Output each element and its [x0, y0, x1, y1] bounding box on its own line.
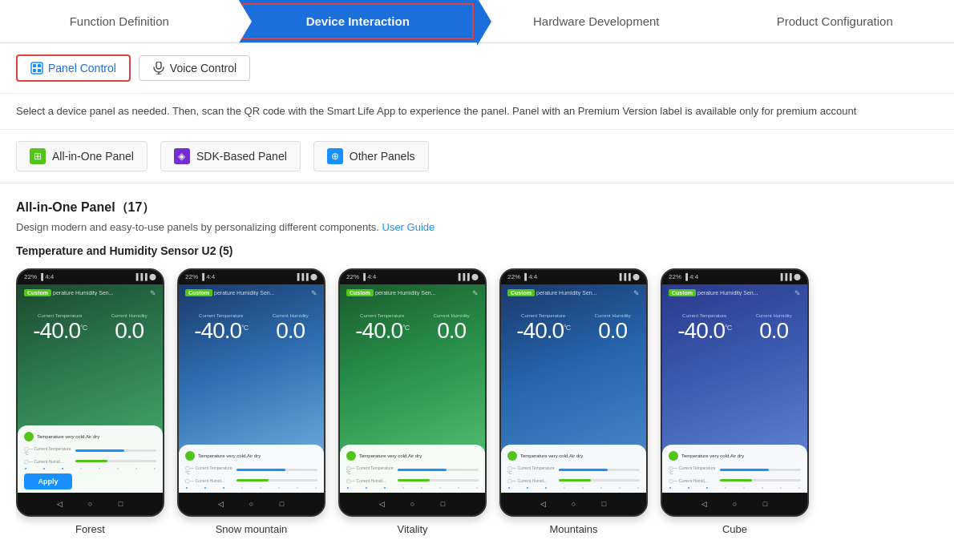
phone-header-snow-mountain: Custom perature Humidity Sen... ✎ — [179, 284, 324, 299]
edit-icon-vitality[interactable]: ✎ — [472, 289, 479, 297]
home-btn-snow-mountain[interactable]: ○ — [246, 498, 257, 510]
nav-product-configuration[interactable]: Product Configuration — [716, 0, 955, 42]
sub-tabs-container: Panel Control Voice Control — [0, 43, 954, 94]
svg-rect-4 — [38, 69, 41, 72]
status-bar-vitality: 22% ▐ 4:4 ▐▐▐ ⬤ — [340, 270, 485, 284]
temp-label-left-forest: Current Temperature — [33, 313, 87, 318]
status-bar-mountains: 22% ▐ 4:4 ▐▐▐ ⬤ — [501, 270, 646, 284]
card-snow-mountain[interactable]: 22% ▐ 4:4 ▐▐▐ ⬤ Custom perature Humidity… — [177, 268, 325, 535]
temp-col-left-mountains: Current Temperature -40.0°C — [516, 313, 570, 342]
back-btn-cube[interactable]: ◁ — [699, 498, 710, 510]
panel-tab-sdk-based[interactable]: ◈ SDK-Based Panel — [160, 141, 301, 171]
phone-title-mountains: perature Humidity Sen... — [536, 290, 633, 296]
card-forest[interactable]: 22% ▐ 4:4 ▐▐▐ ⬤ Custom perature Humidity… — [16, 268, 164, 535]
temp-value-left-vitality: -40.0°C — [355, 320, 409, 342]
slider-row-humid-snow-mountain: ◯— Current Humid... — [185, 478, 317, 483]
temp-col-right-snow-mountain: Current Humidity 0.0 — [273, 313, 309, 342]
other-panels-label: Other Panels — [350, 150, 415, 163]
edit-icon-mountains[interactable]: ✎ — [633, 289, 640, 297]
panel-control-label: Panel Control — [48, 62, 116, 75]
panel-tab-all-in-one[interactable]: ⊞ All-in-One Panel — [16, 141, 148, 171]
edit-icon-snow-mountain[interactable]: ✎ — [311, 289, 317, 297]
status-row-cube: Temperature very cold,Air dry — [669, 451, 801, 461]
slider-row-temp-snow-mountain: ◯— Current Temperature °C — [185, 465, 317, 475]
recent-btn-cube[interactable]: □ — [760, 498, 771, 510]
top-navigation: Function Definition Device Interaction H… — [0, 0, 954, 43]
custom-badge-snow-mountain: Custom — [185, 289, 212, 296]
slider-row-humid-cube: ◯— Current Humid... — [669, 478, 801, 483]
card-label-cube: Cube — [661, 523, 809, 535]
slider-row-temp-forest: ◯— Current Temperature °C — [24, 446, 156, 456]
temp-label-right-forest: Current Humidity — [111, 313, 148, 318]
phone-header-forest: Custom perature Humidity Sen... ✎ — [18, 284, 163, 299]
status-dot-snow-mountain — [185, 451, 195, 461]
home-btn-forest[interactable]: ○ — [85, 498, 96, 510]
user-guide-link[interactable]: User Guide — [382, 221, 435, 233]
card-mountains[interactable]: 22% ▐ 4:4 ▐▐▐ ⬤ Custom perature Humidity… — [499, 268, 648, 535]
panel-type-tabs: ⊞ All-in-One Panel ◈ SDK-Based Panel ⊕ O… — [0, 130, 954, 183]
nav-function-definition[interactable]: Function Definition — [0, 0, 239, 42]
phone-header-vitality: Custom perature Humidity Sen... ✎ — [340, 284, 485, 299]
voice-control-label: Voice Control — [170, 62, 236, 75]
slider-row-humid-forest: ◯— Current Humid... — [24, 459, 156, 464]
temp-value-right-snow-mountain: 0.0 — [273, 320, 309, 342]
nav-device-interaction[interactable]: Device Interaction — [239, 0, 478, 42]
svg-rect-2 — [38, 64, 41, 67]
phone-screen-forest: Custom perature Humidity Sen... ✎ Curren… — [18, 284, 163, 493]
temp-col-right-cube: Current Humidity 0.0 — [756, 313, 792, 342]
sub-tab-panel-control[interactable]: Panel Control — [16, 54, 131, 82]
recent-btn-mountains[interactable]: □ — [599, 498, 610, 510]
temp-col-right-forest: Current Humidity 0.0 — [111, 313, 148, 342]
recent-btn-vitality[interactable]: □ — [438, 498, 449, 510]
sub-tab-voice-control[interactable]: Voice Control — [139, 55, 250, 81]
edit-icon-cube[interactable]: ✎ — [794, 289, 801, 297]
home-btn-vitality[interactable]: ○ — [407, 498, 418, 510]
temp-label-left-vitality: Current Temperature — [355, 313, 409, 318]
recent-btn-forest[interactable]: □ — [115, 498, 127, 510]
home-btn-mountains[interactable]: ○ — [568, 498, 580, 510]
back-btn-snow-mountain[interactable]: ◁ — [216, 498, 227, 510]
card-label-snow-mountain: Snow mountain — [177, 523, 325, 535]
nav-hardware-development[interactable]: Hardware Development — [477, 0, 716, 42]
all-in-one-icon: ⊞ — [30, 148, 46, 164]
temp-col-left-forest: Current Temperature -40.0°C — [33, 313, 87, 342]
nav-bar-mountains: ◁ ○ □ — [501, 493, 646, 515]
temp-label-left-snow-mountain: Current Temperature — [194, 313, 248, 318]
status-text-snow-mountain: Temperature very cold,Air dry — [198, 453, 261, 458]
temp-value-left-snow-mountain: -40.0°C — [194, 320, 248, 342]
status-dot-forest — [24, 432, 34, 441]
phone-title-snow-mountain: perature Humidity Sen... — [214, 290, 311, 296]
custom-badge-cube: Custom — [669, 289, 696, 296]
svg-rect-5 — [156, 62, 161, 69]
slider-dots-cube — [669, 486, 801, 489]
back-btn-mountains[interactable]: ◁ — [538, 498, 549, 510]
edit-icon-forest[interactable]: ✎ — [150, 289, 156, 297]
temp-col-left-snow-mountain: Current Temperature -40.0°C — [194, 313, 248, 342]
temp-label-right-snow-mountain: Current Humidity — [273, 313, 309, 318]
card-cube[interactable]: 22% ▐ 4:4 ▐▐▐ ⬤ Custom perature Humidity… — [661, 268, 809, 535]
status-row-forest: Temperature very cold,Air dry — [24, 432, 156, 441]
sdk-based-icon: ◈ — [174, 148, 190, 164]
nav-function-definition-label: Function Definition — [70, 14, 169, 28]
temp-value-right-mountains: 0.0 — [595, 320, 631, 342]
temp-value-left-forest: -40.0°C — [33, 320, 87, 342]
phone-mockup-vitality: 22% ▐ 4:4 ▐▐▐ ⬤ Custom perature Humidity… — [338, 268, 487, 517]
description-text: Select a device panel as needed. Then, s… — [0, 94, 954, 130]
back-btn-vitality[interactable]: ◁ — [377, 498, 388, 510]
card-vitality[interactable]: 22% ▐ 4:4 ▐▐▐ ⬤ Custom perature Humidity… — [338, 268, 487, 535]
panel-tab-other[interactable]: ⊕ Other Panels — [313, 141, 429, 171]
recent-btn-snow-mountain[interactable]: □ — [277, 498, 288, 510]
phone-header-mountains: Custom perature Humidity Sen... ✎ — [501, 284, 646, 299]
slider-row-temp-mountains: ◯— Current Temperature °C — [507, 465, 640, 475]
temp-col-right-vitality: Current Humidity 0.0 — [434, 313, 470, 342]
apply-button-forest[interactable]: Apply — [24, 473, 72, 489]
phone-mockup-mountains: 22% ▐ 4:4 ▐▐▐ ⬤ Custom perature Humidity… — [499, 268, 648, 517]
svg-rect-3 — [33, 69, 36, 72]
temp-label-left-cube: Current Temperature — [677, 313, 731, 318]
bottom-panel-snow-mountain: Temperature very cold,Air dry ◯— Current… — [179, 445, 324, 493]
status-bar-snow-mountain: 22% ▐ 4:4 ▐▐▐ ⬤ — [179, 270, 324, 284]
cards-container: 22% ▐ 4:4 ▐▐▐ ⬤ Custom perature Humidity… — [16, 268, 938, 535]
home-btn-cube[interactable]: ○ — [730, 498, 741, 510]
temp-value-right-vitality: 0.0 — [434, 320, 470, 342]
back-btn-forest[interactable]: ◁ — [55, 498, 66, 510]
